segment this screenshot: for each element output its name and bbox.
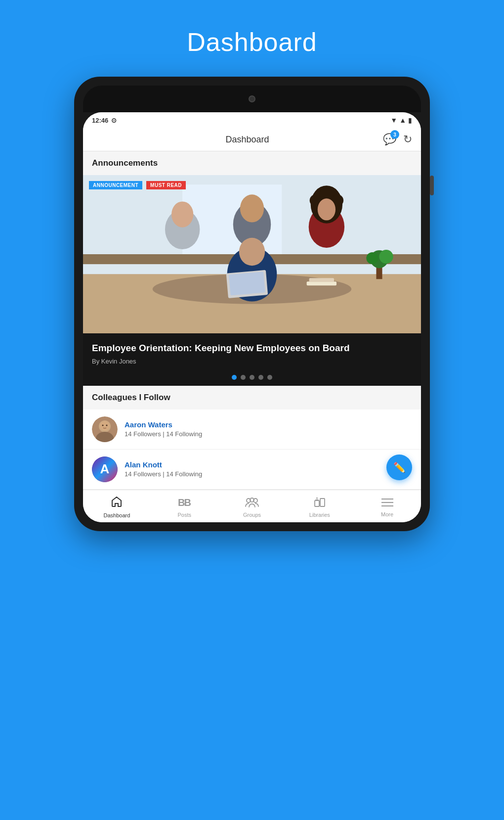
colleague-stats-1: 14 Followers | 14 Following — [125, 430, 412, 438]
must-read-badge: MUST READ — [146, 181, 186, 189]
app-header: Dashboard 💬 3 ↻ — [83, 128, 421, 151]
svg-point-29 — [100, 421, 110, 431]
groups-icon — [245, 497, 259, 510]
bottom-nav: Dashboard BB Posts — [83, 490, 421, 522]
compose-fab-button[interactable]: ✏️ — [386, 455, 412, 480]
posts-label: Posts — [177, 512, 191, 518]
header-title: Dashboard — [225, 135, 269, 145]
svg-rect-25 — [309, 278, 334, 282]
svg-rect-19 — [229, 272, 265, 295]
camera — [249, 95, 255, 102]
screen-record-icon: ⊙ — [111, 117, 117, 124]
colleague-item-1[interactable]: Aaron Waters 14 Followers | 14 Following — [83, 410, 421, 450]
svg-text:BB: BB — [178, 497, 191, 508]
dot-1[interactable] — [232, 375, 237, 380]
notification-badge: 3 — [390, 130, 399, 139]
svg-point-22 — [379, 250, 393, 264]
dot-3[interactable] — [250, 375, 254, 380]
phone-screen: 12:46 ⊙ ▼ ▲ ▮ Dashboard 💬 3 ↻ Announceme… — [83, 112, 421, 522]
posts-icon: BB — [178, 496, 191, 510]
time-display: 12:46 — [92, 117, 108, 124]
announcements-header: Announcements — [83, 151, 421, 175]
card-author: By Kevin Jones — [92, 358, 412, 365]
svg-point-9 — [240, 194, 264, 222]
announcement-badge: ANNOUNCEMENT — [89, 181, 142, 189]
signal-icon: ▲ — [399, 116, 406, 124]
nav-item-groups[interactable]: Groups — [218, 495, 286, 520]
colleague-info-2: Alan Knott 14 Followers | 14 Following — [125, 460, 412, 478]
colleague-avatar-1 — [92, 416, 118, 442]
card-pagination — [83, 371, 421, 386]
svg-point-30 — [102, 424, 104, 426]
colleagues-header: Colleagues I Follow — [83, 386, 421, 410]
dashboard-label: Dashboard — [103, 512, 130, 518]
announcements-card[interactable]: ANNOUNCEMENT MUST READ — [83, 175, 421, 386]
card-image — [83, 175, 421, 333]
colleague-name-2: Alan Knott — [125, 460, 412, 469]
refresh-icon[interactable]: ↻ — [403, 133, 412, 146]
svg-point-23 — [366, 252, 378, 264]
colleague-name-1: Aaron Waters — [125, 420, 412, 429]
wifi-icon: ▼ — [390, 116, 397, 124]
libraries-label: Libraries — [309, 512, 330, 518]
colleague-item-2[interactable]: A Alan Knott 14 Followers | 14 Following… — [83, 450, 421, 490]
colleague-avatar-2: A — [92, 456, 118, 482]
svg-rect-40 — [320, 499, 325, 506]
dot-4[interactable] — [258, 375, 263, 380]
svg-text:A: A — [100, 461, 110, 476]
more-label: More — [381, 511, 393, 517]
svg-point-31 — [106, 424, 108, 426]
svg-point-17 — [239, 238, 265, 266]
nav-item-more[interactable]: More — [353, 495, 421, 519]
svg-rect-39 — [315, 501, 319, 506]
header-icons: 💬 3 ↻ — [383, 133, 412, 146]
card-title: Employee Orientation: Keeping New Employ… — [92, 342, 412, 355]
chat-button[interactable]: 💬 3 — [383, 133, 396, 146]
phone-notch — [83, 86, 421, 112]
nav-item-libraries[interactable]: Libraries — [286, 495, 353, 520]
colleague-info-1: Aaron Waters 14 Followers | 14 Following — [125, 420, 412, 438]
dashboard-icon — [111, 496, 123, 511]
svg-point-15 — [318, 198, 336, 220]
colleagues-list: Aaron Waters 14 Followers | 14 Following — [83, 410, 421, 490]
dot-2[interactable] — [241, 375, 246, 380]
side-buttons — [430, 176, 434, 195]
battery-icon: ▮ — [408, 116, 412, 124]
nav-item-dashboard[interactable]: Dashboard — [83, 494, 151, 520]
groups-label: Groups — [243, 512, 261, 518]
card-badges: ANNOUNCEMENT MUST READ — [89, 181, 186, 189]
libraries-icon — [314, 497, 326, 510]
more-icon — [381, 497, 393, 510]
svg-point-7 — [171, 201, 193, 227]
card-text-overlay: Employee Orientation: Keeping New Employ… — [83, 333, 421, 371]
status-bar: 12:46 ⊙ ▼ ▲ ▮ — [83, 112, 421, 128]
colleague-stats-2: 14 Followers | 14 Following — [125, 470, 412, 478]
compose-icon: ✏️ — [393, 461, 406, 473]
dot-5[interactable] — [267, 375, 272, 380]
page-title: Dashboard — [187, 27, 317, 57]
svg-rect-24 — [307, 281, 336, 285]
phone-frame: 12:46 ⊙ ▼ ▲ ▮ Dashboard 💬 3 ↻ Announceme… — [74, 77, 430, 531]
nav-item-posts[interactable]: BB Posts — [151, 494, 218, 520]
